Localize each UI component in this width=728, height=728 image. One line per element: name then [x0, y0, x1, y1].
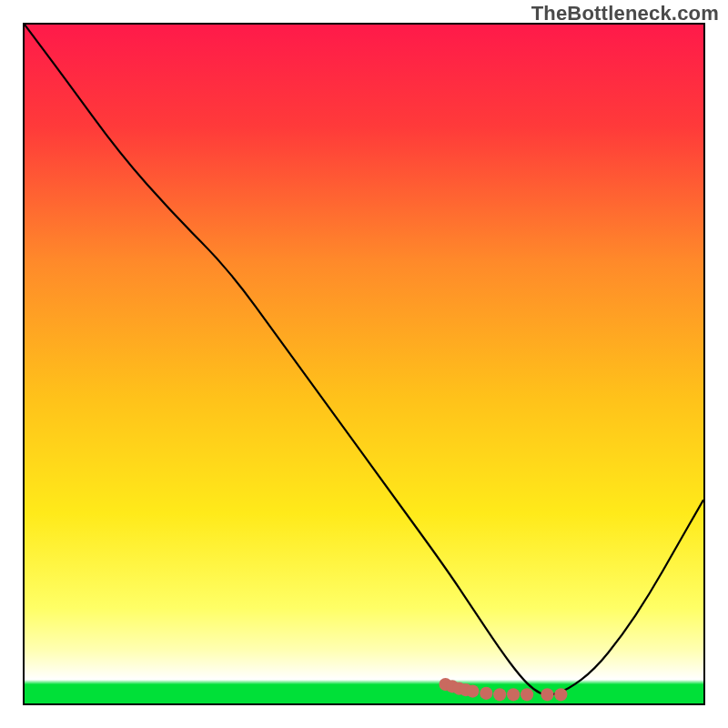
chart-stage: TheBottleneck.com — [0, 0, 728, 728]
plot-area — [23, 23, 705, 705]
svg-rect-0 — [25, 25, 703, 703]
gradient-background — [25, 25, 703, 703]
